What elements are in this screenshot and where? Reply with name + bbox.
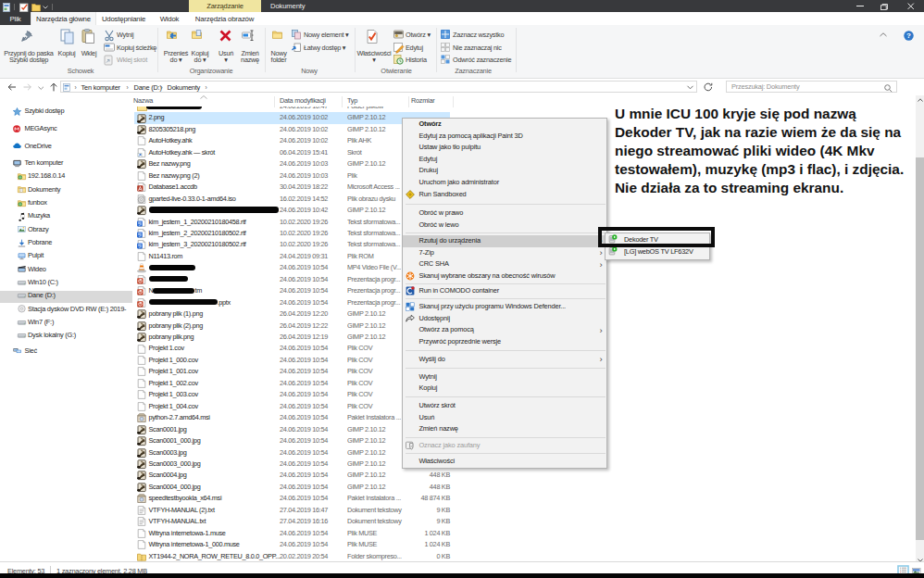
svg-text:?: ? xyxy=(906,31,911,40)
